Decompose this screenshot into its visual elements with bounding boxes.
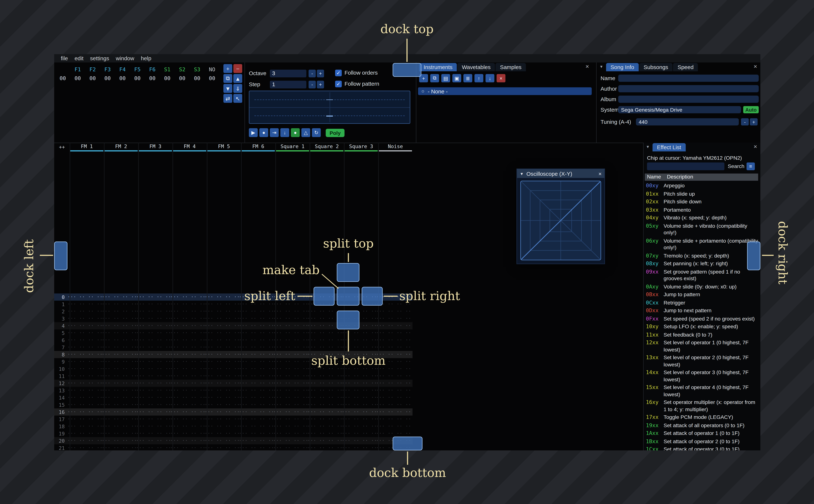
- effect-row[interactable]: 05xyVolume slide + vibrato (compatibilit…: [645, 223, 759, 237]
- pattern-cell[interactable]: ··· ·· ·· ···: [205, 338, 239, 343]
- pattern-cell[interactable]: ··· ·· ·· ···: [67, 345, 102, 350]
- pattern-cell[interactable]: ··· ·· ·· ···: [102, 345, 136, 350]
- tab-song-info[interactable]: Song Info: [606, 63, 639, 71]
- pattern-cell[interactable]: ··· ·· ·· ···: [307, 431, 342, 436]
- pattern-cell[interactable]: ··· ·· ·· ···: [239, 445, 273, 450]
- pattern-cell[interactable]: ··· ·· ·· ···: [136, 295, 170, 300]
- pattern-cell[interactable]: ··· ·· ·· ···: [205, 316, 239, 321]
- pattern-cell[interactable]: ··· ·· ·· ···: [239, 431, 273, 436]
- pattern-row[interactable]: 21··· ·· ·· ······ ·· ·· ······ ·· ·· ··…: [54, 444, 413, 450]
- pattern-cell[interactable]: ··· ·· ·· ···: [376, 424, 410, 429]
- pattern-cell[interactable]: ··· ·· ·· ···: [136, 316, 170, 321]
- pattern-cell[interactable]: ··· ·· ·· ···: [205, 330, 239, 335]
- play-pattern-button[interactable]: ⇥: [270, 128, 279, 137]
- pattern-cell[interactable]: ··· ·· ·· ···: [273, 338, 307, 343]
- pattern-cell[interactable]: ··· ·· ·· ···: [273, 438, 307, 443]
- effect-row[interactable]: 07xyTremolo (x: speed; y: depth): [645, 252, 759, 260]
- pattern-cell[interactable]: ··· ·· ·· ···: [102, 352, 136, 357]
- order-cell[interactable]: 00: [130, 75, 145, 81]
- tab-subsongs[interactable]: Subsongs: [639, 63, 672, 71]
- pattern-cell[interactable]: ··· ·· ·· ···: [205, 388, 239, 393]
- pattern-cell[interactable]: ··· ·· ·· ···: [67, 302, 102, 307]
- orders-column-header[interactable]: NO: [205, 66, 219, 72]
- stop-button[interactable]: ●: [259, 128, 268, 137]
- pattern-cell[interactable]: ··· ·· ·· ···: [170, 402, 205, 407]
- pattern-cell[interactable]: ··· ·· ·· ···: [170, 295, 205, 300]
- channel-header[interactable]: FM 1: [70, 143, 104, 151]
- step-input[interactable]: 1: [270, 81, 306, 88]
- orders-column-header[interactable]: F1: [70, 66, 85, 72]
- pattern-cell[interactable]: ··· ·· ·· ···: [170, 309, 205, 314]
- effect-row[interactable]: 16xySet operator multiplier (x: operator…: [645, 399, 759, 414]
- octave-decrease-button[interactable]: -: [308, 70, 316, 77]
- pattern-cell[interactable]: ··· ·· ·· ···: [342, 381, 376, 386]
- pattern-row[interactable]: 20··· ·· ·· ······ ·· ·· ······ ·· ·· ··…: [54, 437, 413, 444]
- effect-row[interactable]: 1BxxSet attack of operator 2 (0 to 1F): [645, 438, 759, 446]
- pattern-cell[interactable]: ··· ·· ·· ···: [342, 424, 376, 429]
- pattern-cell[interactable]: ··· ·· ·· ···: [205, 381, 239, 386]
- pattern-cell[interactable]: ··· ·· ·· ···: [205, 323, 239, 328]
- pattern-cell[interactable]: ··· ·· ·· ···: [205, 438, 239, 443]
- instrument-open-button[interactable]: ▤: [441, 74, 450, 82]
- pattern-cell[interactable]: ··· ·· ·· ···: [307, 374, 342, 379]
- orders-column-header[interactable]: F2: [85, 66, 100, 72]
- channel-header[interactable]: FM 6: [241, 143, 275, 151]
- pattern-cell[interactable]: ··· ·· ·· ···: [205, 395, 239, 400]
- system-select[interactable]: Sega Genesis/Mega Drive: [618, 106, 741, 113]
- pattern-cell[interactable]: ··· ·· ·· ···: [376, 402, 410, 407]
- octave-input[interactable]: 3: [270, 70, 306, 77]
- pattern-cell[interactable]: ··· ·· ·· ···: [307, 388, 342, 393]
- pattern-cell[interactable]: ··· ·· ·· ···: [67, 388, 102, 393]
- effect-row[interactable]: 09xxSet groove pattern (speed 1 if no gr…: [645, 268, 759, 283]
- pattern-cell[interactable]: ··· ·· ·· ···: [67, 445, 102, 450]
- channel-header[interactable]: FM 4: [172, 143, 207, 151]
- pattern-cell[interactable]: ··· ·· ·· ···: [376, 316, 410, 321]
- order-cell[interactable]: 00: [205, 75, 219, 81]
- instrument-move-down-button[interactable]: ↓: [486, 74, 495, 82]
- pattern-cell[interactable]: ··· ·· ·· ···: [102, 366, 136, 371]
- oscilloscope-xy-window[interactable]: ▼ Oscilloscope (X-Y) ×: [517, 169, 605, 264]
- instrument-toggle-folders-button[interactable]: ≣: [464, 74, 472, 82]
- pattern-cell[interactable]: ··· ·· ·· ···: [376, 374, 410, 379]
- orders-move-up-button[interactable]: ▲: [233, 74, 242, 83]
- pattern-cell[interactable]: ··· ·· ·· ···: [170, 417, 205, 422]
- channel-header[interactable]: FM 5: [207, 143, 241, 151]
- pattern-cell[interactable]: ··· ·· ·· ···: [67, 417, 102, 422]
- pattern-cell[interactable]: ··· ·· ·· ···: [136, 338, 170, 343]
- pattern-cell[interactable]: ··· ·· ·· ···: [170, 424, 205, 429]
- pattern-cell[interactable]: ··· ·· ·· ···: [307, 417, 342, 422]
- pattern-cell[interactable]: ··· ·· ·· ···: [102, 374, 136, 379]
- pattern-row[interactable]: 16··· ·· ·· ······ ·· ·· ······ ·· ·· ··…: [54, 408, 413, 416]
- pattern-cell[interactable]: ··· ·· ·· ···: [67, 374, 102, 379]
- poly-button[interactable]: Poly: [326, 129, 344, 137]
- pattern-cell[interactable]: ··· ·· ·· ···: [307, 345, 342, 350]
- dock-bottom-button[interactable]: [392, 437, 423, 450]
- pattern-cell[interactable]: ··· ·· ·· ···: [239, 352, 273, 357]
- pattern-cell[interactable]: ··· ·· ·· ···: [205, 374, 239, 379]
- instrument-move-up-button[interactable]: ↑: [475, 74, 483, 82]
- pattern-cell[interactable]: ··· ·· ·· ···: [239, 330, 273, 335]
- effect-row[interactable]: 11xxSet feedback (0 to 7): [645, 331, 759, 340]
- pattern-cell[interactable]: ··· ·· ·· ···: [307, 338, 342, 343]
- effect-row[interactable]: 04xyVibrato (x: speed; y: depth): [645, 214, 759, 223]
- follow-pattern-checkbox[interactable]: ✓: [335, 81, 342, 87]
- tab-speed[interactable]: Speed: [673, 63, 698, 71]
- pattern-cell[interactable]: ··· ·· ·· ···: [342, 402, 376, 407]
- order-cell[interactable]: 00: [190, 75, 205, 81]
- orders-column-header[interactable]: F4: [115, 66, 130, 72]
- order-cell[interactable]: 00: [160, 75, 175, 81]
- pattern-cell[interactable]: ··· ·· ·· ···: [205, 359, 239, 364]
- pattern-cell[interactable]: ··· ·· ·· ···: [102, 323, 136, 328]
- orders-column-header[interactable]: F6: [145, 66, 160, 72]
- tuning-increase-button[interactable]: +: [750, 118, 758, 125]
- effect-row[interactable]: 0CxxRetrigger: [645, 299, 759, 307]
- pattern-cell[interactable]: ··· ·· ·· ···: [342, 388, 376, 393]
- pattern-row[interactable]: 7··· ·· ·· ······ ·· ·· ······ ·· ·· ···…: [54, 344, 413, 351]
- octave-increase-button[interactable]: +: [317, 70, 324, 77]
- pattern-cell[interactable]: ··· ·· ·· ···: [239, 316, 273, 321]
- pattern-cell[interactable]: ··· ·· ·· ···: [67, 359, 102, 364]
- pattern-row[interactable]: 6··· ·· ·· ······ ·· ·· ······ ·· ·· ···…: [54, 337, 413, 344]
- pattern-cell[interactable]: ··· ·· ·· ···: [102, 402, 136, 407]
- pattern-cell[interactable]: ··· ·· ·· ···: [239, 345, 273, 350]
- author-field[interactable]: [618, 85, 759, 92]
